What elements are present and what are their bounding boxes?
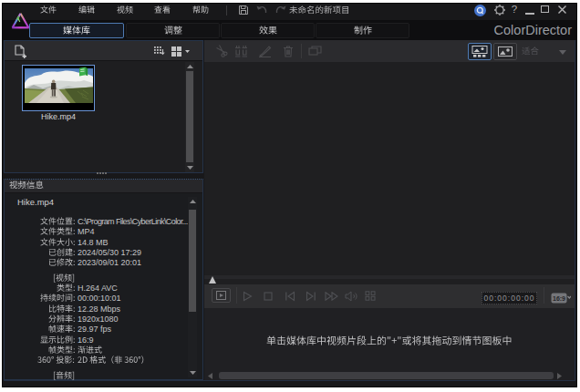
svg-text:16:9: 16:9 — [553, 295, 565, 302]
